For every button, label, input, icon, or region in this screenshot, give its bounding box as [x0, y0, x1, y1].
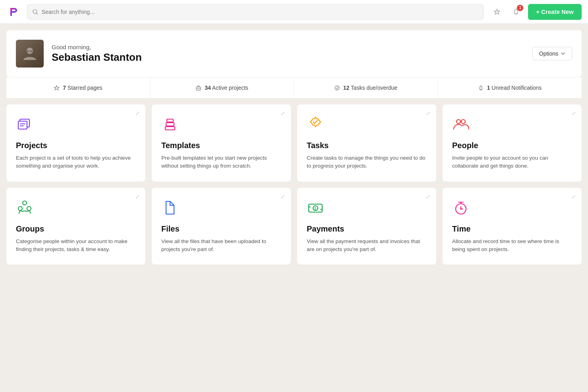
card-projects[interactable]: ⤢ Projects Each project is a set of tool… [6, 104, 145, 182]
card-arrow-people: ⤢ [571, 110, 576, 116]
people-desc: Invite people to your account so you can… [452, 154, 572, 170]
cards-grid: ⤢ Projects Each project is a set of tool… [0, 98, 588, 271]
notification-badge: 1 [517, 5, 523, 11]
options-button[interactable]: Options [532, 47, 572, 60]
card-files[interactable]: ⤢ Files View all the files that have bee… [152, 188, 291, 265]
stat-projects[interactable]: 34 Active projects [150, 77, 294, 98]
card-arrow-projects: ⤢ [135, 110, 140, 116]
svg-rect-9 [18, 121, 27, 129]
badge-stat-icon [334, 85, 340, 91]
app-header: 1 + Create New [0, 0, 588, 24]
templates-title: Templates [161, 141, 281, 150]
time-icon [452, 199, 572, 216]
files-title: Files [161, 224, 281, 234]
card-arrow-payments: ⤢ [426, 193, 431, 200]
svg-point-16 [461, 120, 465, 124]
payments-icon: $ [307, 199, 427, 216]
notifications-button[interactable]: 1 [509, 5, 523, 19]
stats-bar: 7 Starred pages 34 Active projects [6, 77, 582, 98]
card-tasks[interactable]: ⤢ Tasks Create tasks to manage the thing… [297, 104, 436, 182]
chevron-down-icon [561, 51, 565, 56]
projects-title: Projects [16, 141, 136, 150]
hero-section: Good morning, Sebastian Stanton Options … [0, 30, 588, 98]
svg-rect-5 [30, 50, 33, 52]
svg-rect-14 [167, 119, 173, 122]
stat-notifications-text: 1 Unread Notifications [487, 85, 542, 91]
card-people[interactable]: ⤢ People Invite people to your account s… [443, 104, 582, 182]
card-arrow-time: ⤢ [571, 193, 576, 200]
star-stat-icon [54, 85, 60, 91]
card-arrow-tasks: ⤢ [426, 110, 431, 116]
card-payments[interactable]: ⤢ $ Payments View all the payment reques… [297, 188, 436, 265]
hero-left: Good morning, Sebastian Stanton [16, 40, 142, 68]
header-actions: 1 + Create New [490, 4, 582, 20]
time-title: Time [452, 224, 572, 234]
card-groups[interactable]: ⤢ Groups Categorise people within your a… [6, 188, 145, 265]
card-templates[interactable]: ⤢ Templates Pre-built templates let you … [152, 104, 291, 182]
stat-starred[interactable]: 7 Starred pages [6, 77, 150, 98]
card-time[interactable]: ⤢ Time Allocate and record time to see w… [443, 188, 582, 265]
stat-starred-text: 7 Starred pages [63, 85, 103, 91]
svg-point-29 [460, 208, 462, 210]
files-icon [161, 199, 281, 216]
search-input[interactable] [42, 9, 479, 15]
greeting-text: Good morning, [52, 44, 142, 50]
hero-text: Good morning, Sebastian Stanton [52, 44, 142, 64]
briefcase-stat-icon [195, 85, 201, 91]
star-icon [493, 8, 501, 15]
people-title: People [452, 141, 572, 150]
svg-text:$: $ [314, 207, 316, 210]
svg-rect-4 [27, 50, 29, 52]
user-name: Sebastian Stanton [52, 51, 142, 64]
card-arrow-templates: ⤢ [280, 110, 285, 116]
starred-button[interactable] [490, 5, 504, 19]
stat-tasks[interactable]: 12 Tasks due/overdue [294, 77, 438, 98]
tasks-icon [307, 116, 427, 133]
groups-title: Groups [16, 224, 136, 234]
tasks-desc: Create tasks to manage the things you ne… [307, 154, 427, 170]
people-icon [452, 116, 572, 133]
stat-projects-text: 34 Active projects [205, 85, 248, 91]
stat-notifications[interactable]: 1 Unread Notifications [438, 77, 582, 98]
projects-desc: Each project is a set of tools to help y… [16, 154, 136, 170]
groups-desc: Categorise people within your account to… [16, 238, 136, 254]
search-icon [32, 9, 39, 15]
create-new-button[interactable]: + Create New [528, 4, 582, 20]
templates-desc: Pre-built templates let you start new pr… [161, 154, 281, 170]
svg-rect-12 [165, 127, 175, 130]
files-desc: View all the files that have been upload… [161, 238, 281, 254]
svg-point-15 [456, 120, 460, 124]
payments-title: Payments [307, 224, 427, 234]
time-desc: Allocate and record time to see where ti… [452, 238, 572, 254]
svg-point-18 [18, 207, 22, 210]
stat-tasks-text: 12 Tasks due/overdue [343, 85, 398, 91]
avatar [16, 40, 44, 68]
projects-icon [16, 116, 136, 133]
tasks-title: Tasks [307, 141, 427, 150]
payments-desc: View all the payment requests and invoic… [307, 238, 427, 254]
card-arrow-groups: ⤢ [135, 193, 140, 200]
svg-rect-13 [166, 123, 174, 126]
templates-icon [161, 116, 281, 133]
svg-point-19 [27, 207, 31, 210]
search-bar[interactable] [27, 4, 484, 19]
card-arrow-files: ⤢ [280, 193, 285, 200]
logo[interactable] [6, 5, 21, 19]
bell-stat-icon [478, 85, 484, 91]
groups-icon [16, 199, 136, 216]
svg-point-17 [23, 201, 27, 205]
